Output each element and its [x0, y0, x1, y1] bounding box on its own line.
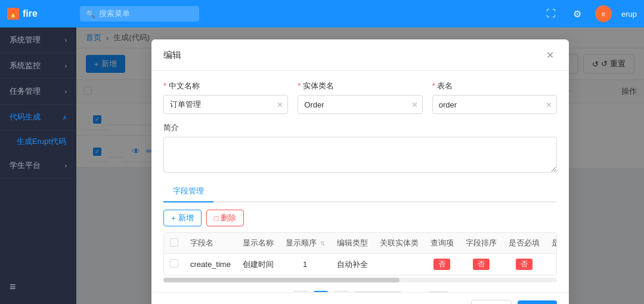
- inner-col-sort: 字段排序: [460, 233, 503, 254]
- inner-col-required: 是否必填: [503, 233, 546, 254]
- clear-icon[interactable]: ✕: [546, 100, 552, 109]
- plus-icon: +: [171, 214, 176, 223]
- inner-table-row: create_time 创建时间 1 自动补全 否 否: [164, 254, 557, 275]
- tab-field-mgmt[interactable]: 字段管理: [163, 181, 213, 202]
- inner-row-required: 否: [503, 254, 546, 275]
- form-row-1: * 中文名称 ✕ * 实体类名: [163, 81, 557, 114]
- edit-modal: 编辑 ✕ * 中文名称 ✕: [151, 39, 569, 304]
- sidebar-label: 任务管理: [10, 86, 41, 97]
- tab-label: 字段管理: [173, 186, 204, 195]
- inner-row-hide: [546, 254, 557, 275]
- sidebar-label: 系统监控: [10, 60, 41, 71]
- entity-name-input[interactable]: [298, 95, 422, 114]
- sidebar-item-erupt-code[interactable]: 生成Erupt代码: [0, 130, 76, 153]
- app-logo: 🔥 fire: [7, 8, 73, 20]
- sidebar-item-system-mgmt[interactable]: 系统管理 ›: [0, 27, 76, 53]
- confirm-button[interactable]: 修改: [518, 300, 557, 304]
- add-label: 新增: [178, 213, 194, 223]
- search-icon: 🔍: [86, 10, 95, 19]
- modal-header: 编辑 ✕: [151, 39, 569, 71]
- sidebar-sublabel: 生成Erupt代码: [17, 137, 66, 146]
- avatar[interactable]: e: [595, 5, 612, 22]
- modal-tabs: 字段管理: [163, 181, 557, 202]
- inner-row-edittype: 自动补全: [331, 254, 374, 275]
- description-label: 简介: [163, 122, 557, 133]
- inner-row-checkbox[interactable]: [170, 259, 178, 268]
- chevron-icon: ›: [65, 88, 67, 95]
- chinese-name-input[interactable]: [163, 95, 288, 114]
- topbar-right: ⛶ ⚙ e erup: [543, 5, 637, 22]
- sidebar-item-codegen[interactable]: 代码生成 ∧: [0, 105, 76, 130]
- required-star: *: [163, 81, 169, 90]
- form-group-chinese-name: * 中文名称 ✕: [163, 81, 288, 114]
- clear-icon[interactable]: ✕: [277, 100, 283, 109]
- sidebar-collapse-btn[interactable]: ≡: [0, 275, 76, 299]
- form-row-2: 简介: [163, 122, 557, 173]
- inner-table-wrapper: 字段名 显示名称 显示顺序 ⇅ 编辑类型 关联实体类 查询项 字段排序 是否必填…: [163, 232, 557, 275]
- modal-title: 编辑: [163, 50, 181, 61]
- sidebar-item-student-platform[interactable]: 学生平台 ›: [0, 153, 76, 179]
- inner-col-query: 查询项: [425, 233, 460, 254]
- sidebar-label: 代码生成: [10, 112, 41, 122]
- inner-scroll-bar[interactable]: [163, 278, 557, 282]
- inner-row-fieldname: create_time: [184, 254, 237, 275]
- cancel-button[interactable]: 取消: [471, 300, 512, 304]
- inner-row-entity: [374, 254, 425, 275]
- delete-label: 删除: [221, 213, 236, 223]
- sidebar: 系统管理 › 系统监控 › 任务管理 › 代码生成 ∧ 生成Erupt代码 学生…: [0, 27, 76, 304]
- query-badge: 否: [434, 259, 450, 270]
- inner-scroll-thumb: [163, 278, 400, 282]
- chinese-name-label: * 中文名称: [163, 81, 288, 91]
- sidebar-label: 学生平台: [10, 160, 41, 171]
- inner-delete-button[interactable]: □ 删除: [206, 210, 244, 226]
- inner-select-all[interactable]: [170, 238, 178, 247]
- inner-col-order: 显示顺序 ⇅: [280, 233, 331, 254]
- required-star: *: [298, 81, 303, 90]
- entity-name-label: * 实体类名: [298, 81, 422, 91]
- inner-col-entity: 关联实体类: [374, 233, 425, 254]
- modal-close-button[interactable]: ✕: [543, 48, 557, 62]
- inner-col-hide: 是: [546, 233, 557, 254]
- topbar: 🔥 fire 🔍 搜索菜单 ⛶ ⚙ e erup: [0, 0, 644, 27]
- sidebar-item-system-monitor[interactable]: 系统监控 ›: [0, 53, 76, 79]
- table-name-label: * 表名: [432, 81, 557, 91]
- app-name: fire: [23, 8, 38, 19]
- inner-col-displayname: 显示名称: [237, 233, 280, 254]
- sidebar-item-task-mgmt[interactable]: 任务管理 ›: [0, 79, 76, 105]
- chevron-icon: ›: [65, 63, 67, 69]
- fullscreen-icon[interactable]: ⛶: [543, 5, 559, 22]
- inner-col-check: [164, 233, 184, 254]
- inner-row-displayname: 创建时间: [237, 254, 280, 275]
- description-input[interactable]: [163, 137, 557, 173]
- inner-row-query: 否: [425, 254, 460, 275]
- sort-badge: 否: [473, 259, 490, 270]
- entity-name-wrap: ✕: [298, 95, 422, 114]
- inner-toolbar: + 新增 □ 删除: [163, 210, 557, 226]
- layout: 系统管理 › 系统监控 › 任务管理 › 代码生成 ∧ 生成Erupt代码 学生…: [0, 27, 644, 304]
- chinese-name-wrap: ✕: [163, 95, 288, 114]
- chevron-icon: ›: [65, 162, 67, 169]
- username: erup: [621, 10, 637, 19]
- chevron-icon: ›: [65, 37, 67, 44]
- label-text: 中文名称: [169, 81, 200, 90]
- inner-add-button[interactable]: + 新增: [163, 210, 202, 226]
- sidebar-label: 系统管理: [10, 35, 41, 45]
- inner-table: 字段名 显示名称 显示顺序 ⇅ 编辑类型 关联实体类 查询项 字段排序 是否必填…: [164, 233, 557, 275]
- inner-row-sort: 否: [460, 254, 503, 275]
- modal-body: * 中文名称 ✕ * 实体类名: [151, 71, 569, 292]
- main-content: 首页 › 生成(代码) + 新增 ▲ ↺ ↺ 重置: [76, 27, 644, 304]
- settings-icon[interactable]: ⚙: [569, 5, 586, 22]
- chevron-up-icon: ∧: [63, 114, 67, 121]
- delete-box-icon: □: [214, 214, 219, 223]
- inner-col-fieldname: 字段名: [184, 233, 237, 254]
- form-group-entity-name: * 实体类名 ✕: [298, 81, 422, 114]
- clear-icon[interactable]: ✕: [411, 100, 418, 109]
- form-group-description: 简介: [163, 122, 557, 173]
- logo-icon: 🔥: [7, 8, 19, 20]
- search-bar[interactable]: 🔍 搜索菜单: [80, 6, 199, 22]
- modal-footer: 取消 修改: [151, 292, 569, 304]
- required-badge: 否: [516, 259, 532, 270]
- inner-col-edittype: 编辑类型: [331, 233, 374, 254]
- table-name-input[interactable]: [432, 95, 557, 114]
- inner-pagination: 共 1 条 < 1 > 20条/页 50条/页 100条/页 跳至 页: [163, 285, 557, 292]
